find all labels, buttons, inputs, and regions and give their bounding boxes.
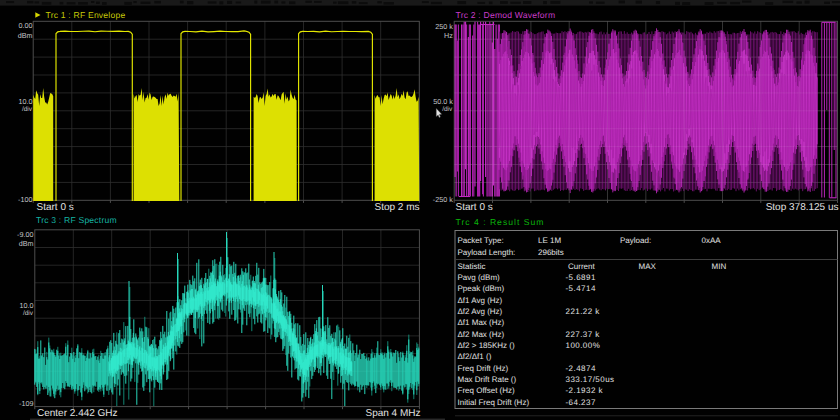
svg-text:MAX: MAX [639, 262, 657, 271]
svg-text:Current: Current [568, 262, 595, 271]
svg-text:0xAA: 0xAA [702, 236, 722, 245]
svg-text:/div: /div [22, 106, 33, 113]
svg-text:Stop 2 ms: Stop 2 ms [374, 202, 419, 213]
svg-text:Δf1 Max (Hz): Δf1 Max (Hz) [458, 318, 505, 327]
svg-text:296bits: 296bits [538, 248, 564, 257]
svg-text:-5.6891: -5.6891 [566, 273, 596, 282]
svg-text:Trc 2 : Demod Waveform: Trc 2 : Demod Waveform [456, 10, 556, 20]
svg-text:-109: -109 [19, 399, 33, 408]
svg-text:100.00%: 100.00% [566, 341, 601, 350]
svg-text:Payload Length:: Payload Length: [458, 248, 516, 257]
svg-text:Freq Offset (Hz): Freq Offset (Hz) [458, 386, 516, 395]
svg-text:Freq Drift (Hz): Freq Drift (Hz) [458, 364, 509, 373]
svg-text:Max Drift Rate (): Max Drift Rate () [458, 375, 517, 384]
svg-text:/div: /div [23, 310, 34, 317]
svg-text:10.0: 10.0 [20, 301, 34, 310]
svg-text:-250 k: -250 k [433, 195, 453, 204]
svg-text:dBm: dBm [18, 31, 33, 40]
svg-text:Span 4 MHz: Span 4 MHz [365, 408, 420, 419]
svg-text:-2.4874: -2.4874 [566, 364, 596, 373]
svg-text:50.0 k: 50.0 k [433, 97, 453, 106]
svg-text:-100: -100 [18, 195, 32, 204]
svg-text:Initial Freq Drift (Hz): Initial Freq Drift (Hz) [458, 398, 530, 407]
svg-text:333.17/50us: 333.17/50us [566, 375, 615, 384]
svg-text:Trc 4 : Result Sum: Trc 4 : Result Sum [456, 217, 545, 227]
svg-text:Δf2 Avg (Hz): Δf2 Avg (Hz) [458, 307, 503, 316]
svg-text:dBm: dBm [19, 239, 34, 248]
svg-text:-2.1932 k: -2.1932 k [566, 386, 604, 395]
svg-text:Δf2/Δf1 (): Δf2/Δf1 () [458, 352, 492, 361]
svg-text:LE 1M: LE 1M [538, 236, 561, 245]
svg-text:-5.4714: -5.4714 [566, 284, 596, 293]
svg-text:Δf2 > 185KHz (): Δf2 > 185KHz () [458, 341, 515, 350]
svg-text:Hz: Hz [444, 31, 453, 40]
svg-text:Δf2 Max (Hz): Δf2 Max (Hz) [458, 330, 505, 339]
svg-text:Start 0 s: Start 0 s [37, 202, 74, 213]
svg-text:Center 2.442 GHz: Center 2.442 GHz [37, 408, 118, 419]
svg-text:Pavg (dBm): Pavg (dBm) [458, 273, 501, 282]
svg-text:Start 0 s: Start 0 s [456, 202, 493, 213]
svg-text:-64.237: -64.237 [566, 398, 596, 407]
svg-text:Trc 1 : RF Envelope: Trc 1 : RF Envelope [46, 10, 126, 20]
svg-text:Payload:: Payload: [620, 236, 651, 245]
svg-text:Statistic: Statistic [458, 262, 486, 271]
svg-text:MIN: MIN [712, 262, 727, 271]
svg-text:Δf1 Avg (Hz): Δf1 Avg (Hz) [458, 296, 503, 305]
svg-text:-9.00: -9.00 [17, 230, 33, 239]
svg-text:250 k: 250 k [435, 22, 453, 31]
svg-text:/div: /div [442, 106, 453, 113]
svg-text:Ppeak (dBm): Ppeak (dBm) [458, 284, 505, 293]
svg-text:Stop 378.125 us: Stop 378.125 us [766, 202, 839, 213]
svg-text:10.0: 10.0 [19, 97, 33, 106]
svg-text:0.00: 0.00 [19, 21, 33, 30]
svg-text:221.22 k: 221.22 k [566, 307, 601, 316]
svg-text:Trc 3 : RF Spectrum: Trc 3 : RF Spectrum [36, 215, 117, 225]
svg-text:227.37 k: 227.37 k [566, 330, 601, 339]
svg-text:Packet Type:: Packet Type: [458, 236, 504, 245]
